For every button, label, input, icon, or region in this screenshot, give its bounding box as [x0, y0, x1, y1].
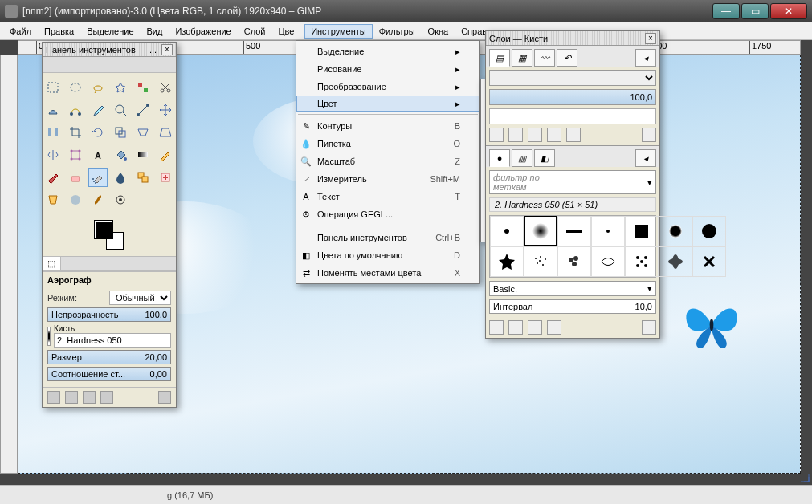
- tool-shear[interactable]: [133, 123, 153, 142]
- tool-eraser[interactable]: [66, 168, 85, 187]
- mode-select[interactable]: Обычный: [109, 291, 171, 305]
- tool-rotate[interactable]: [88, 123, 108, 142]
- maximize-button[interactable]: ▭: [741, 3, 769, 19]
- menu-icon[interactable]: [158, 391, 171, 404]
- menu-выделение[interactable]: Выделение: [80, 24, 140, 39]
- menuitem-Масштаб[interactable]: 🔍МасштабZ: [296, 152, 479, 170]
- menuitem-Цвета по умолчанию[interactable]: ◧Цвета по умолчаниюD: [296, 246, 479, 264]
- save-preset-icon[interactable]: [47, 391, 60, 404]
- tool-paintbrush[interactable]: [43, 168, 63, 187]
- menu-вид[interactable]: Вид: [141, 24, 169, 39]
- brush-item[interactable]: [557, 246, 591, 277]
- brushes-tab-icon[interactable]: ●: [489, 149, 510, 167]
- brush-filter-field[interactable]: фильтр по меткам▾: [489, 170, 656, 194]
- tool-by-color-select[interactable]: [133, 78, 153, 97]
- tool-heal[interactable]: [156, 168, 175, 187]
- brush-name-input[interactable]: [54, 333, 171, 348]
- new-layer-icon[interactable]: [489, 128, 504, 142]
- refresh-brushes-icon[interactable]: [642, 320, 656, 335]
- undo-tab-icon[interactable]: ↶: [557, 49, 577, 67]
- delete-layer-icon[interactable]: [642, 128, 656, 142]
- menuitem-Операция GEGL...[interactable]: ⚙Операция GEGL...: [296, 205, 479, 223]
- menuitem-Рисование[interactable]: Рисование▸: [296, 60, 479, 78]
- brush-item[interactable]: [591, 246, 625, 277]
- delete-brush-icon[interactable]: [547, 320, 561, 335]
- restore-preset-icon[interactable]: [65, 391, 78, 404]
- tab-menu-icon[interactable]: ◂: [635, 49, 656, 67]
- menubar[interactable]: ФайлПравкаВыделениеВидИзображениеСлойЦве…: [0, 22, 812, 40]
- new-brush-icon[interactable]: [508, 320, 523, 335]
- tool-lasso[interactable]: [88, 78, 108, 97]
- toolbox-header[interactable]: Панель инструментов — ... ×: [43, 43, 176, 57]
- brush-item[interactable]: [524, 246, 557, 277]
- tool-cage[interactable]: [66, 145, 85, 165]
- brush-interval-field[interactable]: Интервал 10,0: [489, 299, 656, 314]
- menu-правка[interactable]: Правка: [38, 24, 80, 39]
- brush-item[interactable]: [625, 216, 659, 246]
- duplicate-layer-icon[interactable]: [547, 128, 561, 142]
- brush-item[interactable]: [692, 246, 726, 277]
- tool-paths[interactable]: [66, 100, 85, 120]
- tool-measure[interactable]: [133, 100, 153, 120]
- duplicate-brush-icon[interactable]: [528, 320, 542, 335]
- lower-layer-icon[interactable]: [528, 128, 542, 142]
- paths-tab-icon[interactable]: 〰: [534, 49, 555, 67]
- gradients-tab-icon[interactable]: ◧: [534, 149, 555, 167]
- delete-preset-icon[interactable]: [83, 391, 96, 404]
- tool-zoom[interactable]: [111, 100, 130, 120]
- tool-airbrush[interactable]: [88, 168, 108, 187]
- menu-слой[interactable]: Слой: [238, 24, 272, 39]
- tools-menu[interactable]: Выделение▸Рисование▸Преобразование▸Цвет▸…: [296, 40, 480, 284]
- reset-icon[interactable]: [100, 391, 113, 404]
- toolbox-panel[interactable]: Панель инструментов — ... × A ⬚ Аэрограф…: [42, 42, 177, 408]
- menu-окна[interactable]: Окна: [422, 24, 455, 39]
- menuitem-Измеритель[interactable]: ⟋ИзмерительShift+M: [296, 170, 479, 188]
- panel-close-icon[interactable]: ×: [161, 44, 173, 55]
- tool-rect-select[interactable]: [43, 78, 63, 97]
- tool-flip[interactable]: [43, 145, 63, 165]
- size-slider[interactable]: Размер 20,00: [47, 350, 171, 364]
- opacity-slider[interactable]: Непрозрачность 100,0: [47, 307, 171, 322]
- tool-smudge[interactable]: [88, 190, 108, 209]
- layers-list[interactable]: [489, 108, 656, 124]
- tool-align[interactable]: [43, 123, 63, 142]
- brush-item[interactable]: [659, 246, 692, 277]
- brush-item[interactable]: [692, 216, 726, 246]
- brush-item[interactable]: [625, 246, 659, 277]
- tool-scale[interactable]: [111, 123, 130, 142]
- brushes-tabs[interactable]: ● ▥ ◧ ◂: [486, 145, 659, 167]
- menuitem-Преобразование[interactable]: Преобразование▸: [296, 78, 479, 96]
- menuitem-Цвет[interactable]: Цвет▸: [296, 96, 479, 112]
- dock-header[interactable]: Слои — Кисти ×: [486, 31, 659, 46]
- layers-brushes-dock[interactable]: Слои — Кисти × ▤ ▦ 〰 ↶ ◂ 100,0 ● ▥ ◧ ◂ ф…: [485, 30, 660, 339]
- tool-pencil[interactable]: [156, 145, 175, 165]
- menu-файл[interactable]: Файл: [3, 24, 38, 39]
- layers-tab-icon[interactable]: ▤: [489, 49, 510, 67]
- layer-opacity-slider[interactable]: 100,0: [489, 89, 656, 105]
- tool-ellipse-select[interactable]: [66, 78, 85, 97]
- tool-blur[interactable]: [66, 190, 85, 209]
- menuitem-Панель инструментов[interactable]: Панель инструментовCtrl+B: [296, 229, 479, 246]
- brush-grid[interactable]: [489, 215, 656, 278]
- fg-color-swatch[interactable]: [95, 221, 112, 238]
- resize-grip-icon[interactable]: [799, 472, 810, 483]
- tool-ink[interactable]: [111, 168, 130, 187]
- tool-clone[interactable]: [133, 168, 153, 187]
- brush-preview-icon[interactable]: [47, 327, 51, 346]
- tool-dodge[interactable]: [111, 190, 130, 209]
- minimize-button[interactable]: —: [712, 3, 740, 19]
- layer-mode-select[interactable]: [489, 70, 656, 86]
- tool-fuzzy-select[interactable]: [111, 78, 130, 97]
- brush-item[interactable]: [557, 216, 591, 246]
- brush-item[interactable]: [591, 216, 625, 246]
- ratio-slider[interactable]: Соотношение ст... 0,00: [47, 367, 171, 381]
- tool-options-tabs[interactable]: ⬚: [43, 256, 176, 271]
- tool-crop[interactable]: [66, 123, 85, 142]
- layers-tabs[interactable]: ▤ ▦ 〰 ↶ ◂: [486, 46, 659, 67]
- raise-layer-icon[interactable]: [508, 128, 523, 142]
- ruler-vertical[interactable]: [0, 55, 18, 474]
- menu-цвет[interactable]: Цвет: [271, 24, 304, 39]
- anchor-layer-icon[interactable]: [566, 128, 581, 142]
- menuitem-Выделение[interactable]: Выделение▸: [296, 43, 479, 60]
- brush-preset-field[interactable]: Basic,▾: [489, 281, 656, 296]
